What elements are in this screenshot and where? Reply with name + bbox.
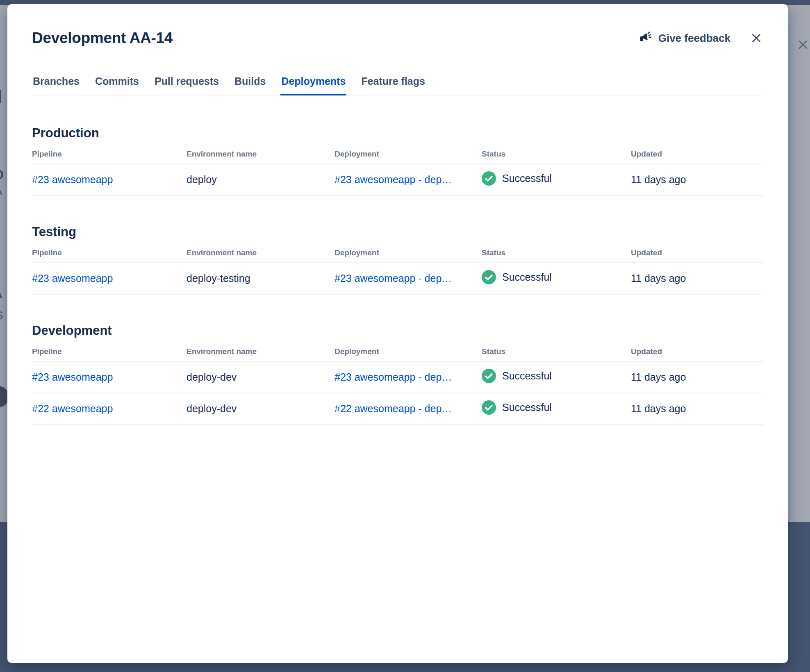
section-development: Development Pipeline Environment name De… xyxy=(32,323,763,425)
column-header-status: Status xyxy=(482,147,631,164)
updated-label: 11 days ago xyxy=(631,361,763,393)
deployment-link[interactable]: #23 awesomeapp - dep… xyxy=(334,371,452,383)
table-header-row: Pipeline Environment name Deployment Sta… xyxy=(32,147,763,164)
dialog-title: Development AA-14 xyxy=(32,30,173,47)
deployments-dialog: Development AA-14 Give feedback Branches… xyxy=(7,4,788,663)
section-title: Production xyxy=(32,126,763,141)
tab-deployments[interactable]: Deployments xyxy=(280,75,346,95)
environment-name: deploy-dev xyxy=(187,361,334,393)
column-header-pipeline: Pipeline xyxy=(32,345,187,361)
table-header-row: Pipeline Environment name Deployment Sta… xyxy=(32,345,763,361)
tab-pull-requests[interactable]: Pull requests xyxy=(154,75,220,95)
status-label: Successful xyxy=(502,173,552,184)
megaphone-icon xyxy=(637,30,653,47)
deployments-table: Pipeline Environment name Deployment Sta… xyxy=(32,345,763,425)
dialog-header-actions: Give feedback xyxy=(638,31,763,45)
column-header-deployment: Deployment xyxy=(334,345,482,361)
column-header-environment: Environment name xyxy=(187,147,334,164)
tab-feature-flags[interactable]: Feature flags xyxy=(360,75,426,95)
deployments-table: Pipeline Environment name Deployment Sta… xyxy=(32,246,763,295)
column-header-environment: Environment name xyxy=(187,345,334,361)
backdrop-text-fragment: A xyxy=(0,288,2,300)
tab-bar: Branches Commits Pull requests Builds De… xyxy=(32,75,763,95)
column-header-updated: Updated xyxy=(631,147,763,164)
column-header-status: Status xyxy=(482,246,631,263)
deployment-row: #23 awesomeapp deploy #23 awesomeapp - d… xyxy=(32,164,763,195)
environment-name: deploy-testing xyxy=(187,263,334,294)
updated-label: 11 days ago xyxy=(631,263,763,294)
environment-name: deploy-dev xyxy=(187,393,334,425)
success-check-icon xyxy=(482,400,496,415)
success-check-icon xyxy=(482,369,496,383)
status-label: Successful xyxy=(502,370,552,382)
column-header-status: Status xyxy=(482,345,631,361)
column-header-environment: Environment name xyxy=(187,246,334,263)
pipeline-link[interactable]: #22 awesomeapp xyxy=(32,403,113,414)
backdrop-text-fragment: S xyxy=(0,310,3,320)
section-title: Development xyxy=(32,323,763,338)
give-feedback-button[interactable]: Give feedback xyxy=(638,31,730,45)
status-badge: Successful xyxy=(482,270,552,284)
status-label: Successful xyxy=(502,271,552,283)
deployment-row: #23 awesomeapp deploy-testing #23 awesom… xyxy=(32,263,763,294)
column-header-deployment: Deployment xyxy=(334,246,482,263)
tab-branches[interactable]: Branches xyxy=(32,75,80,95)
background-close-icon xyxy=(796,38,810,52)
deployment-link[interactable]: #22 awesomeapp - dep… xyxy=(334,403,452,414)
deployment-link[interactable]: #23 awesomeapp - dep… xyxy=(334,174,452,185)
table-header-row: Pipeline Environment name Deployment Sta… xyxy=(32,246,763,263)
environment-name: deploy xyxy=(187,164,334,195)
column-header-pipeline: Pipeline xyxy=(32,246,187,263)
section-testing: Testing Pipeline Environment name Deploy… xyxy=(32,225,763,295)
deployments-table: Pipeline Environment name Deployment Sta… xyxy=(32,147,763,196)
success-check-icon xyxy=(482,270,496,284)
deployment-row: #22 awesomeapp deploy-dev #22 awesomeapp… xyxy=(32,393,763,425)
section-production: Production Pipeline Environment name Dep… xyxy=(32,126,763,196)
column-header-deployment: Deployment xyxy=(334,147,482,164)
deployment-row: #23 awesomeapp deploy-dev #23 awesomeapp… xyxy=(32,361,763,393)
column-header-pipeline: Pipeline xyxy=(32,147,187,164)
close-button[interactable] xyxy=(749,31,763,45)
tab-commits[interactable]: Commits xyxy=(94,75,140,95)
backdrop-text-fragment: D xyxy=(0,168,4,181)
updated-label: 11 days ago xyxy=(631,393,763,425)
section-title: Testing xyxy=(32,225,763,239)
status-label: Successful xyxy=(502,402,552,413)
column-header-updated: Updated xyxy=(631,345,763,361)
pipeline-link[interactable]: #23 awesomeapp xyxy=(32,371,113,383)
pipeline-link[interactable]: #23 awesomeapp xyxy=(32,272,113,284)
backdrop-text-fragment: I xyxy=(0,87,2,107)
column-header-updated: Updated xyxy=(631,246,763,263)
status-badge: Successful xyxy=(482,369,552,383)
backdrop-text-fragment: A xyxy=(0,186,2,197)
updated-label: 11 days ago xyxy=(631,164,763,195)
success-check-icon xyxy=(482,171,496,186)
status-badge: Successful xyxy=(482,171,552,186)
give-feedback-label: Give feedback xyxy=(658,32,730,45)
status-badge: Successful xyxy=(482,400,552,415)
pipeline-link[interactable]: #23 awesomeapp xyxy=(32,174,113,185)
tab-builds[interactable]: Builds xyxy=(234,75,266,95)
deployment-link[interactable]: #23 awesomeapp - dep… xyxy=(334,272,452,284)
dialog-header: Development AA-14 Give feedback xyxy=(32,30,763,47)
